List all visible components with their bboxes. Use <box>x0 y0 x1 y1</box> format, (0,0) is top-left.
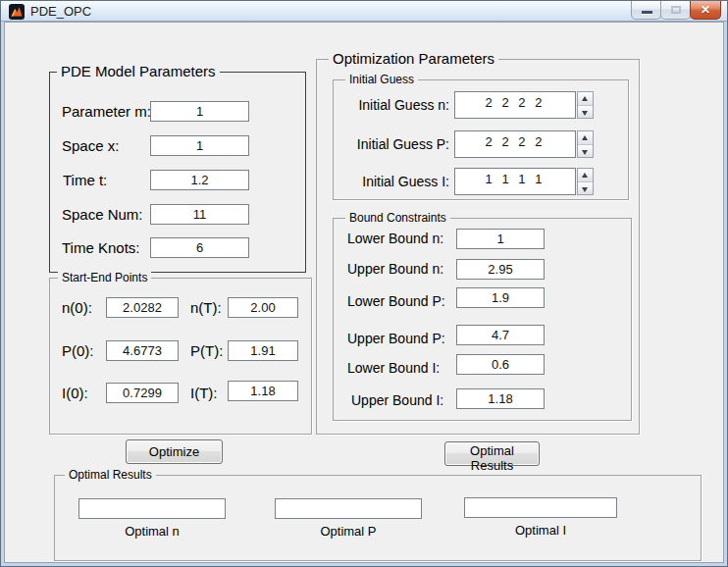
lower-bound-p-label: Lower Bound P: <box>347 291 445 312</box>
lower-bound-n-label: Lower Bound n: <box>347 229 443 249</box>
PT-label: P(T): <box>190 340 223 361</box>
lower-bound-p-input[interactable] <box>456 287 545 308</box>
IT-input[interactable] <box>228 381 298 401</box>
start-end-panel-title: Start-End Points <box>58 271 151 284</box>
matlab-figure-window: PDE_OPC ✕ PDE Model Parameters Parameter… <box>0 0 728 567</box>
nT-input[interactable] <box>228 297 298 318</box>
spin-down-button[interactable] <box>578 106 593 119</box>
initial-guess-i-label: Initial Guess I: <box>355 168 449 195</box>
optimization-panel-title: Optimization Parameters <box>329 50 498 67</box>
optimal-p-label: Optimal P <box>275 524 422 539</box>
spin-up-button[interactable] <box>578 92 593 106</box>
titlebar[interactable]: PDE_OPC ✕ <box>1 1 727 22</box>
bound-constraints-panel: Bound Constraints Lower Bound n: Upper B… <box>333 218 632 421</box>
PT-input[interactable] <box>228 340 298 361</box>
lower-bound-n-input[interactable] <box>456 229 545 249</box>
optimization-parameters-panel: Optimization Parameters Initial Guess In… <box>316 59 640 435</box>
time-t-input[interactable] <box>150 170 249 190</box>
spin-up-button[interactable] <box>578 169 593 182</box>
start-end-points-panel: Start-End Points n(0): n(T): P(0): P(T):… <box>49 278 312 435</box>
upper-bound-n-input[interactable] <box>456 259 545 280</box>
maximize-button[interactable] <box>660 1 691 20</box>
initial-guess-n-input[interactable] <box>454 91 576 119</box>
space-num-input[interactable] <box>150 204 249 225</box>
time-knots-label: Time Knots: <box>62 237 139 258</box>
close-icon: ✕ <box>691 1 720 19</box>
lower-bound-i-label: Lower Bound I: <box>347 358 440 379</box>
window-controls: ✕ <box>632 1 721 20</box>
spin-up-button[interactable] <box>578 131 593 145</box>
parameter-m-input[interactable] <box>150 101 249 122</box>
chevron-down-icon <box>582 187 588 192</box>
chevron-up-icon <box>582 96 588 101</box>
P0-label: P(0): <box>62 340 94 361</box>
time-knots-input[interactable] <box>150 237 249 258</box>
initial-guess-i-spinner <box>577 168 594 195</box>
maximize-icon <box>671 6 681 14</box>
initial-guess-p-label: Initial Guess P: <box>355 130 449 158</box>
n0-input[interactable] <box>106 297 179 318</box>
chevron-down-icon <box>582 150 588 155</box>
figure-canvas: PDE Model Parameters Parameter m: Space … <box>4 22 724 563</box>
P0-input[interactable] <box>106 340 179 361</box>
initial-guess-p-spinner <box>577 130 594 158</box>
minimize-button[interactable] <box>631 1 661 20</box>
optimal-results-button[interactable]: Optimal Results <box>444 441 540 466</box>
bound-constraints-title: Bound Constraints <box>345 211 450 225</box>
optimal-n-output[interactable] <box>78 498 226 519</box>
lower-bound-i-input[interactable] <box>456 354 545 375</box>
upper-bound-i-input[interactable] <box>456 388 545 409</box>
space-x-label: Space x: <box>62 135 119 156</box>
spin-down-button[interactable] <box>578 145 593 158</box>
IT-label: I(T): <box>190 383 218 403</box>
matlab-logo-icon <box>9 4 25 20</box>
spin-down-button[interactable] <box>578 182 593 195</box>
close-button[interactable]: ✕ <box>690 1 721 20</box>
optimal-results-title: Optimal Results <box>65 468 156 482</box>
optimal-i-output[interactable] <box>464 497 617 518</box>
time-t-label: Time t: <box>63 170 107 190</box>
optimal-n-label: Optimal n <box>78 524 226 539</box>
n0-label: n(0): <box>62 297 92 318</box>
initial-guess-title: Initial Guess <box>345 73 418 86</box>
upper-bound-n-label: Upper Bound n: <box>347 259 443 280</box>
upper-bound-p-input[interactable] <box>456 325 545 345</box>
initial-guess-n-spinner <box>577 91 594 119</box>
initial-guess-n-label: Initial Guess n: <box>355 91 449 119</box>
pde-panel-title: PDE Model Parameters <box>57 63 220 79</box>
initial-guess-p-input[interactable] <box>454 130 576 158</box>
I0-label: I(0): <box>62 383 88 403</box>
window-title: PDE_OPC <box>30 1 91 22</box>
optimal-i-label: Optimal I <box>464 523 617 538</box>
initial-guess-i-input[interactable] <box>454 168 576 195</box>
upper-bound-i-label: Upper Bound I: <box>351 390 443 411</box>
minimize-icon <box>642 11 652 14</box>
optimal-p-output[interactable] <box>275 498 422 519</box>
chevron-up-icon <box>582 173 588 178</box>
space-x-input[interactable] <box>150 135 249 156</box>
optimal-results-panel: Optimal Results Optimal n Optimal P Opti… <box>54 475 702 561</box>
optimize-button[interactable]: Optimize <box>126 439 223 464</box>
chevron-down-icon <box>582 111 588 116</box>
I0-input[interactable] <box>106 383 179 403</box>
pde-model-parameters-panel: PDE Model Parameters Parameter m: Space … <box>49 72 306 273</box>
nT-label: n(T): <box>190 297 222 318</box>
parameter-m-label: Parameter m: <box>62 101 151 122</box>
matlab-app-icon <box>9 4 25 20</box>
space-num-label: Space Num: <box>62 204 143 225</box>
initial-guess-panel: Initial Guess Initial Guess n: Initial G… <box>333 79 629 200</box>
chevron-up-icon <box>582 135 588 140</box>
upper-bound-p-label: Upper Bound P: <box>347 329 445 349</box>
